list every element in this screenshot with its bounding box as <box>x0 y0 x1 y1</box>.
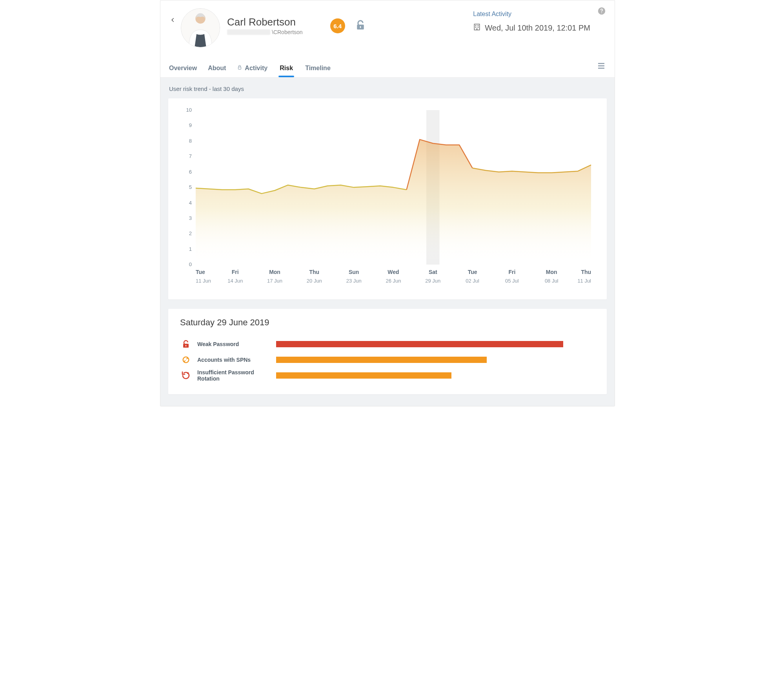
x-tick-date: 20 Jun <box>307 278 322 284</box>
svg-rect-6 <box>475 25 477 26</box>
y-tick-label: 6 <box>189 169 192 175</box>
risk-label: Weak Password <box>192 341 276 347</box>
user-domain: \CRobertson <box>227 29 303 35</box>
x-tick-day: Fri <box>232 269 239 275</box>
detail-date-title: Saturday 29 June 2019 <box>180 317 595 328</box>
x-tick-day: Tue <box>196 269 205 275</box>
unlock-icon <box>180 338 192 350</box>
risk-bar <box>276 341 563 347</box>
svg-rect-10 <box>477 28 478 30</box>
y-tick-label: 2 <box>189 230 192 236</box>
x-tick-date: 14 Jun <box>227 278 243 284</box>
y-tick-label: 3 <box>189 215 192 221</box>
x-tick-date: 26 Jun <box>386 278 401 284</box>
risk-trend-chart[interactable]: 012345678910Tue11 JunFri14 JunMon17 JunT… <box>180 106 595 290</box>
svg-rect-13 <box>238 67 241 69</box>
menu-button[interactable] <box>597 61 606 75</box>
x-tick-day: Sun <box>349 269 359 275</box>
risk-label: Accounts with SPNs <box>192 357 276 363</box>
svg-point-19 <box>183 357 189 363</box>
circle-arrows-icon <box>180 354 192 366</box>
svg-point-23 <box>188 374 189 374</box>
risk-bar <box>276 372 451 379</box>
tab-overview[interactable]: Overview <box>169 59 197 77</box>
x-tick-date: 05 Jul <box>505 278 519 284</box>
risk-row[interactable]: Accounts with SPNs <box>180 352 595 368</box>
chart-area <box>196 140 591 265</box>
svg-rect-4 <box>360 26 361 28</box>
x-tick-date: 17 Jun <box>267 278 282 284</box>
redacted-domain <box>227 29 270 35</box>
risk-bar-track <box>276 341 595 347</box>
user-avatar <box>181 8 220 47</box>
unlock-icon <box>355 19 366 33</box>
rotate-icon <box>180 370 192 381</box>
svg-point-2 <box>195 30 206 35</box>
tab-risk[interactable]: Risk <box>280 59 293 77</box>
lock-icon <box>237 65 242 72</box>
x-tick-day: Thu <box>581 269 591 275</box>
x-tick-day: Wed <box>388 269 399 275</box>
x-tick-date: 29 Jun <box>425 278 440 284</box>
risk-bar-track <box>276 372 595 379</box>
x-tick-date: 08 Jul <box>545 278 559 284</box>
back-button[interactable] <box>169 8 177 32</box>
y-tick-label: 7 <box>189 153 192 159</box>
risk-score-badge: 6.4 <box>330 18 345 33</box>
user-name: Carl Robertson <box>227 16 303 28</box>
svg-point-24 <box>187 373 187 373</box>
tab-timeline[interactable]: Timeline <box>305 59 331 77</box>
building-icon <box>473 23 481 33</box>
y-tick-label: 4 <box>189 200 192 206</box>
tab-activity[interactable]: Activity <box>237 59 267 77</box>
y-tick-label: 9 <box>189 122 192 128</box>
svg-point-12 <box>601 13 602 13</box>
svg-rect-9 <box>478 27 479 28</box>
svg-rect-7 <box>478 25 479 26</box>
risk-detail-card: Saturday 29 June 2019 Weak Password Acco… <box>168 309 607 394</box>
svg-point-21 <box>187 373 188 374</box>
latest-activity-date: Wed, Jul 10th 2019, 12:01 PM <box>485 24 590 33</box>
x-tick-day: Mon <box>269 269 280 275</box>
y-tick-label: 1 <box>189 246 192 252</box>
x-tick-day: Mon <box>546 269 557 275</box>
risk-label: Insufficient Password Rotation <box>192 369 276 382</box>
svg-rect-8 <box>475 27 477 28</box>
risk-bar <box>276 357 487 363</box>
latest-activity-label[interactable]: Latest Activity <box>473 11 511 18</box>
risk-row[interactable]: Weak Password <box>180 336 595 352</box>
x-tick-date: 02 Jul <box>466 278 479 284</box>
risk-row[interactable]: Insufficient Password Rotation <box>180 368 595 383</box>
y-tick-label: 10 <box>186 107 192 113</box>
help-icon[interactable] <box>597 7 606 17</box>
x-tick-day: Thu <box>309 269 320 275</box>
x-tick-date: 11 Jun <box>196 278 211 284</box>
y-tick-label: 5 <box>189 184 192 190</box>
x-tick-date: 23 Jun <box>346 278 362 284</box>
y-tick-label: 8 <box>189 138 192 144</box>
x-tick-day: Tue <box>468 269 477 275</box>
risk-bar-track <box>276 357 595 363</box>
svg-point-22 <box>188 373 189 373</box>
chart-title: User risk trend - last 30 days <box>160 78 615 98</box>
y-tick-label: 0 <box>189 261 192 267</box>
tab-about[interactable]: About <box>208 59 226 77</box>
svg-rect-18 <box>186 345 186 346</box>
x-tick-day: Fri <box>508 269 515 275</box>
x-tick-date: 11 Jul <box>577 278 591 284</box>
x-tick-day: Sat <box>429 269 437 275</box>
active-tab-indicator <box>278 76 294 77</box>
risk-trend-chart-card: 012345678910Tue11 JunFri14 JunMon17 JunT… <box>168 98 607 299</box>
